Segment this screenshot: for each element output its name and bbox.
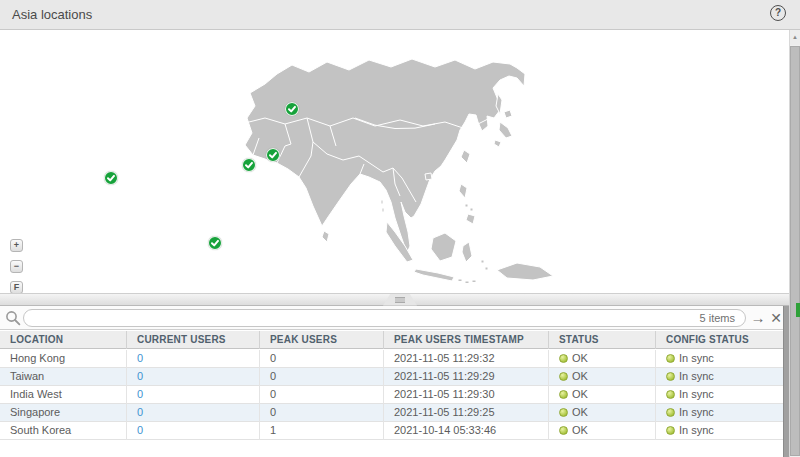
map-table-splitter[interactable] [0, 293, 789, 306]
cell-location: Singapore [0, 404, 127, 422]
table-row[interactable]: Hong Kong002021-11-05 11:29:32OKIn sync [0, 350, 783, 368]
column-header-status[interactable]: STATUS [549, 331, 656, 349]
cell-config-status: In sync [656, 404, 783, 422]
column-header-peak-users-timestamp[interactable]: PEAK USERS TIMESTAMP [384, 331, 549, 349]
cell-current-users: 0 [127, 422, 260, 440]
close-search-icon[interactable]: ✕ [768, 309, 784, 327]
cell-peak-users: 0 [260, 386, 384, 404]
current-users-link[interactable]: 0 [137, 424, 143, 436]
status-ok-icon [559, 426, 568, 435]
items-count-badge: 5 items [700, 312, 735, 324]
cell-current-users: 0 [127, 404, 260, 422]
cell-status: OK [549, 422, 656, 440]
current-users-link[interactable]: 0 [137, 370, 143, 382]
cell-status: OK [549, 404, 656, 422]
config-status-icon [666, 372, 675, 381]
config-status-icon [666, 426, 675, 435]
table-row[interactable]: India West002021-11-05 11:29:30OKIn sync [0, 386, 783, 404]
cell-status: OK [549, 350, 656, 368]
map-marker-taiwan[interactable] [266, 148, 280, 162]
cell-peak-users: 0 [260, 404, 384, 422]
status-ok-icon [559, 390, 568, 399]
search-input[interactable] [34, 310, 654, 326]
check-icon [105, 172, 117, 184]
cell-config-status: In sync [656, 386, 783, 404]
cell-location: Taiwan [0, 368, 127, 386]
cell-status: OK [549, 368, 656, 386]
table-row[interactable]: Taiwan002021-11-05 11:29:29OKIn sync [0, 368, 783, 386]
page-title: Asia locations [12, 7, 92, 22]
map-marker-singapore[interactable] [208, 236, 222, 250]
status-ok-icon [559, 372, 568, 381]
splitter-grip-icon [395, 297, 405, 303]
search-field: 5 items [23, 309, 746, 327]
asia-locations-panel: Asia locations ? [0, 0, 800, 457]
check-icon [243, 159, 255, 171]
table-body: Hong Kong002021-11-05 11:29:32OKIn syncT… [0, 350, 783, 440]
edge-green-fragment [796, 303, 800, 317]
current-users-link[interactable]: 0 [137, 388, 143, 400]
cell-peak-users: 0 [260, 350, 384, 368]
splitter-handle-icon[interactable] [383, 294, 417, 306]
current-users-link[interactable]: 0 [137, 406, 143, 418]
cell-config-status: In sync [656, 422, 783, 440]
cell-peak-users-timestamp: 2021-11-05 11:29:29 [384, 368, 549, 386]
table-footer-space [0, 440, 783, 457]
cell-peak-users: 1 [260, 422, 384, 440]
cell-peak-users-timestamp: 2021-11-05 11:29:30 [384, 386, 549, 404]
cell-peak-users: 0 [260, 368, 384, 386]
cell-config-status: In sync [656, 350, 783, 368]
table-toolbar: 5 items → ✕ [0, 306, 783, 330]
cell-location: India West [0, 386, 127, 404]
map-fit-button[interactable]: F [10, 281, 23, 293]
current-users-link[interactable]: 0 [137, 352, 143, 364]
go-arrow-icon[interactable]: → [749, 309, 767, 327]
search-icon [5, 310, 21, 326]
cell-status: OK [549, 386, 656, 404]
asia-map: + − F [0, 30, 789, 293]
column-header-location[interactable]: LOCATION [0, 331, 127, 349]
page-scrollbar[interactable]: ▲ [789, 30, 800, 457]
scrollbar-thumb[interactable] [790, 46, 800, 456]
table-header-row: LOCATION CURRENT USERS PEAK USERS PEAK U… [0, 331, 783, 349]
check-icon [286, 103, 298, 115]
check-icon [267, 149, 279, 161]
cell-current-users: 0 [127, 350, 260, 368]
scroll-up-icon[interactable]: ▲ [790, 30, 800, 45]
cell-current-users: 0 [127, 368, 260, 386]
table-row[interactable]: Singapore002021-11-05 11:29:25OKIn sync [0, 404, 783, 422]
check-icon [209, 237, 221, 249]
cell-peak-users-timestamp: 2021-11-05 11:29:25 [384, 404, 549, 422]
status-ok-icon [559, 354, 568, 363]
map-zoom-out-button[interactable]: − [10, 260, 23, 273]
map-marker-india-west[interactable] [104, 171, 118, 185]
cell-current-users: 0 [127, 386, 260, 404]
panel-header: Asia locations ? [0, 0, 800, 30]
cell-config-status: In sync [656, 368, 783, 386]
cell-peak-users-timestamp: 2021-10-14 05:33:46 [384, 422, 549, 440]
cell-location: Hong Kong [0, 350, 127, 368]
table-row[interactable]: South Korea012021-10-14 05:33:46OKIn syn… [0, 422, 783, 440]
column-header-config-status[interactable]: CONFIG STATUS [656, 331, 783, 349]
map-zoom-in-button[interactable]: + [10, 239, 23, 252]
cell-location: South Korea [0, 422, 127, 440]
map-marker-south-korea[interactable] [285, 102, 299, 116]
help-icon[interactable]: ? [770, 5, 786, 21]
status-ok-icon [559, 408, 568, 417]
map-marker-hong-kong[interactable] [242, 158, 256, 172]
column-header-current-users[interactable]: CURRENT USERS [127, 331, 260, 349]
column-header-peak-users[interactable]: PEAK USERS [260, 331, 384, 349]
config-status-icon [666, 390, 675, 399]
config-status-icon [666, 408, 675, 417]
config-status-icon [666, 354, 675, 363]
cell-peak-users-timestamp: 2021-11-05 11:29:32 [384, 350, 549, 368]
